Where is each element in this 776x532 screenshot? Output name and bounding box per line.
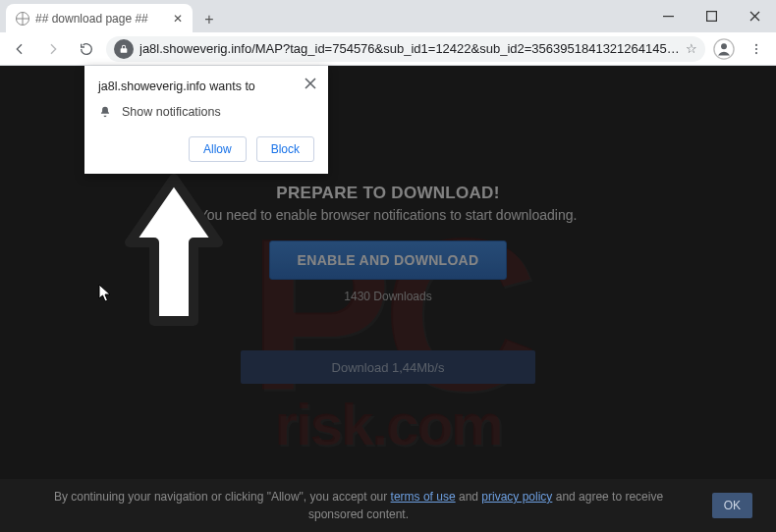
permission-row: Show notifications	[98, 105, 314, 119]
profile-avatar-button[interactable]	[711, 36, 737, 62]
address-bar[interactable]: ja8l.showeverig.info/MAP?tag_id=754576&s…	[106, 36, 705, 62]
browser-tab[interactable]: ## download page ## ✕	[6, 4, 193, 32]
tab-strip: ## download page ## ✕ +	[0, 0, 776, 32]
allow-button[interactable]: Allow	[189, 136, 247, 162]
window-minimize-button[interactable]	[646, 0, 690, 32]
cookie-ok-button[interactable]: OK	[712, 493, 752, 518]
permission-label: Show notifications	[122, 105, 221, 119]
cookie-text-and: and	[459, 490, 481, 504]
download-speed-label: Download 1,44Mb/s	[332, 360, 445, 375]
svg-point-6	[755, 52, 757, 54]
permission-popup-close-icon[interactable]	[303, 76, 318, 91]
window-controls	[646, 0, 776, 32]
cookie-text-prefix: By continuing your navigation or clickin…	[54, 490, 391, 504]
browser-toolbar: ja8l.showeverig.info/MAP?tag_id=754576&s…	[0, 32, 776, 66]
terms-of-use-link[interactable]: terms of use	[391, 490, 456, 504]
bookmark-star-icon[interactable]: ☆	[686, 41, 697, 56]
forward-button[interactable]	[39, 35, 67, 63]
cookie-consent-bar: By continuing your navigation or clickin…	[0, 479, 776, 532]
bell-icon	[98, 105, 112, 119]
reload-button[interactable]	[73, 35, 100, 63]
notification-permission-popup: ja8l.showeverig.info wants to Show notif…	[84, 66, 328, 174]
svg-rect-0	[663, 16, 674, 17]
enable-download-button[interactable]: ENABLE AND DOWNLOAD	[269, 240, 508, 280]
browser-menu-button[interactable]	[743, 35, 770, 63]
permission-popup-title: ja8l.showeverig.info wants to	[98, 80, 314, 93]
svg-rect-1	[706, 12, 716, 22]
svg-point-5	[755, 47, 757, 49]
download-speed-bar[interactable]: Download 1,44Mb/s	[241, 350, 535, 384]
address-bar-url: ja8l.showeverig.info/MAP?tag_id=754576&s…	[139, 41, 680, 56]
svg-point-3	[721, 43, 727, 49]
site-security-icon[interactable]	[114, 39, 134, 59]
page-subline: You need to enable browser notifications…	[199, 207, 578, 223]
privacy-policy-link[interactable]: privacy policy	[481, 490, 552, 504]
download-count: 1430 Downloads	[344, 290, 431, 303]
block-button[interactable]: Block	[256, 136, 314, 162]
new-tab-button[interactable]: +	[196, 7, 222, 32]
page-headline: PREPARE TO DOWNLOAD!	[276, 184, 499, 203]
back-button[interactable]	[6, 35, 33, 63]
window-close-button[interactable]	[733, 0, 776, 32]
svg-point-4	[755, 43, 757, 45]
close-tab-icon[interactable]: ✕	[173, 12, 183, 26]
globe-icon	[16, 12, 29, 26]
permission-actions: Allow Block	[98, 136, 314, 162]
tab-title: ## download page ##	[35, 12, 167, 26]
window-maximize-button[interactable]	[690, 0, 733, 32]
cookie-text: By continuing your navigation or clickin…	[39, 488, 678, 523]
